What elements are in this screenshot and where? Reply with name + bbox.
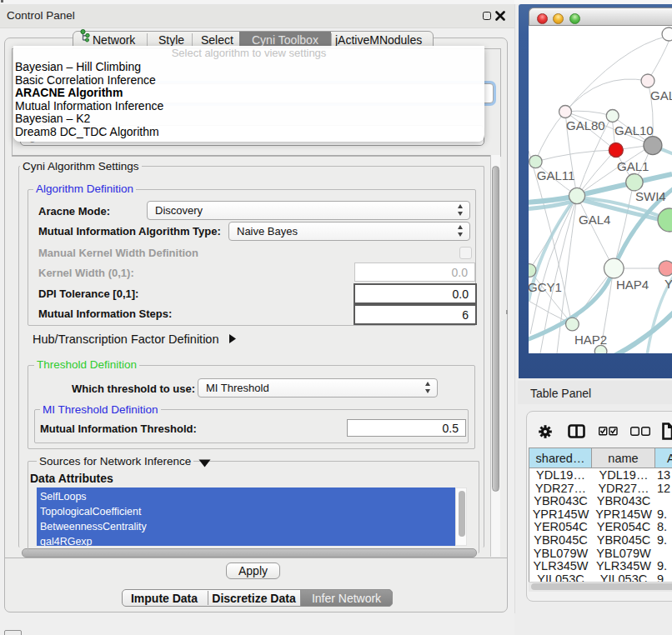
svg-text:GAL4: GAL4 (579, 212, 610, 227)
svg-text:GAL10: GAL10 (614, 123, 654, 138)
svg-text:GCY1: GCY1 (529, 280, 562, 294)
svg-text:GAL80: GAL80 (566, 118, 605, 132)
svg-text:GAL2: GAL2 (650, 88, 672, 102)
svg-text:GAL11: GAL11 (537, 168, 575, 182)
svg-text:SWI4: SWI4 (635, 189, 666, 203)
svg-text:YE: YE (664, 277, 672, 291)
svg-text:GAL1: GAL1 (617, 159, 649, 173)
svg-text:HAP4: HAP4 (616, 278, 649, 292)
svg-text:HAP2: HAP2 (574, 332, 607, 347)
